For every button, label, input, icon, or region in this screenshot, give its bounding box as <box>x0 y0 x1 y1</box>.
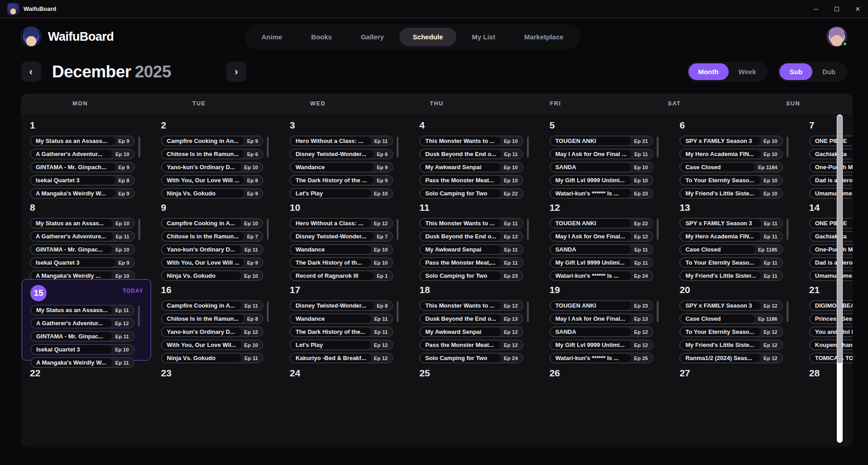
show-chip[interactable]: My Status as an Assas... Ep 10 <box>30 218 135 228</box>
show-chip[interactable]: Let's Play Ep 12 <box>289 340 393 350</box>
show-chip[interactable]: This Monster Wants to ... Ep 10 <box>419 136 523 146</box>
show-chip[interactable]: Hero Without a Class: ... Ep 11 <box>289 136 393 146</box>
day-list-scrollbar[interactable] <box>657 301 659 322</box>
day-list-scrollbar[interactable] <box>657 137 659 157</box>
show-chip[interactable]: Yano-kun's Ordinary D... Ep 12 <box>161 327 264 337</box>
show-chip[interactable]: Dusk Beyond the End o... Ep 12 <box>419 231 523 242</box>
show-chip[interactable]: Wandance Ep 11 <box>289 313 393 324</box>
show-chip[interactable]: My Hero Academia FIN... Ep 10 <box>679 149 783 159</box>
audio-dub-button[interactable]: Dub <box>812 63 845 80</box>
show-chip[interactable]: SPY x FAMILY Season 3 Ep 12 <box>679 300 783 311</box>
day-list-scrollbar[interactable] <box>787 301 788 322</box>
show-chip[interactable]: My Friend's Little Siste... Ep 12 <box>679 340 783 350</box>
show-chip[interactable]: May I Ask for One Final... Ep 12 <box>550 231 654 242</box>
show-chip[interactable]: One-Punch Man Seaso... Ep 10 <box>809 244 853 255</box>
show-chip[interactable]: SANDA Ep 12 <box>550 327 654 337</box>
view-week-button[interactable]: Week <box>729 63 766 80</box>
show-chip[interactable]: Pass the Monster Meat... Ep 10 <box>419 175 523 185</box>
show-chip[interactable]: DIGIMON BEATBREAK Ep 12 <box>809 300 853 311</box>
calendar-scrollbar-thumb[interactable] <box>837 115 842 363</box>
show-chip[interactable]: Chitose Is in the Ramun... Ep 6 <box>161 149 264 159</box>
show-chip[interactable]: Campfire Cooking in A... Ep 10 <box>161 218 264 228</box>
tab-books[interactable]: Books <box>298 28 346 46</box>
show-chip[interactable]: To Your Eternity Seaso... Ep 11 <box>679 257 783 268</box>
show-chip[interactable]: Isekai Quartet 3 Ep 8 <box>30 175 135 185</box>
close-button[interactable]: ✕ <box>847 0 868 18</box>
day-list-scrollbar[interactable] <box>397 301 398 322</box>
show-chip[interactable]: Campfire Cooking in An... Ep 9 <box>161 136 264 146</box>
show-chip[interactable]: SPY x FAMILY Season 3 Ep 11 <box>679 218 783 228</box>
show-chip[interactable]: My Gift Lvl 9999 Unlimi... Ep 10 <box>550 175 654 185</box>
show-chip[interactable]: Koupen-chan Ep 38 <box>809 340 853 350</box>
show-chip[interactable]: A Gatherer's Adventur... Ep 10 <box>30 149 135 159</box>
show-chip[interactable]: May I Ask for One Final... Ep 13 <box>550 313 654 324</box>
show-chip[interactable]: The Dark History of the... Ep 11 <box>289 327 393 337</box>
calendar-scrollbar[interactable] <box>837 114 843 443</box>
day-list-scrollbar[interactable] <box>787 137 788 157</box>
view-month-button[interactable]: Month <box>688 63 729 80</box>
show-chip[interactable]: Chitose Is in the Ramun... Ep 7 <box>161 231 264 242</box>
show-chip[interactable]: My Awkward Senpai Ep 12 <box>419 327 523 337</box>
show-chip[interactable]: With You, Our Love Wil... Ep 10 <box>161 340 264 350</box>
day-list-scrollbar[interactable] <box>527 301 529 322</box>
show-chip[interactable]: Case Closed Ep 1185 <box>679 244 783 255</box>
show-chip[interactable]: Disney Twisted-Wonder... Ep 8 <box>289 300 393 311</box>
show-chip[interactable]: You and Idol Precure ♪ Ep 45 <box>809 327 853 337</box>
show-chip[interactable]: My Status as an Assass... Ep 9 <box>30 136 135 146</box>
show-chip[interactable]: TOUGEN ANKI Ep 21 <box>550 136 654 146</box>
day-list-scrollbar[interactable] <box>657 219 659 240</box>
show-chip[interactable]: Pass the Monster Meat,... Ep 11 <box>419 257 523 268</box>
day-list-scrollbar[interactable] <box>138 219 140 240</box>
prev-month-button[interactable]: ‹ <box>21 62 41 82</box>
show-chip[interactable]: Hero Without a Class: ... Ep 12 <box>289 218 393 228</box>
day-list-scrollbar[interactable] <box>267 137 269 157</box>
day-list-scrollbar[interactable] <box>138 306 140 327</box>
show-chip[interactable]: The Dark History of the ... Ep 9 <box>289 175 393 185</box>
day-list-scrollbar[interactable] <box>787 219 788 240</box>
show-chip[interactable]: SPY x FAMILY Season 3 Ep 10 <box>679 136 783 146</box>
day-list-scrollbar[interactable] <box>527 137 529 157</box>
show-chip[interactable]: Dad is a Hero, Mom is a... Ep 11 <box>809 257 853 268</box>
show-chip[interactable]: With You, Our Love Will ... Ep 9 <box>161 257 264 268</box>
next-month-button[interactable]: › <box>226 62 247 82</box>
show-chip[interactable]: Case Closed Ep 1186 <box>679 313 783 324</box>
show-chip[interactable]: This Monster Wants to ... Ep 12 <box>419 300 523 311</box>
show-chip[interactable]: Isekai Quartet 3 Ep 9 <box>30 257 135 268</box>
show-chip[interactable]: GINTAMA - Mr. Ginpac... Ep 11 <box>30 331 134 342</box>
show-chip[interactable]: One-Punch Man Seaso... Ep 9 <box>809 162 853 172</box>
show-chip[interactable]: Disney Twisted-Wonder... Ep 7 <box>289 231 393 242</box>
show-chip[interactable]: ONE PIECE Ep 1153 <box>809 218 853 228</box>
show-chip[interactable]: My Status as an Assass... Ep 11 <box>30 305 134 315</box>
show-chip[interactable]: Disney Twisted-Wonder... Ep 6 <box>289 149 393 159</box>
show-chip[interactable]: Gachiakuta Ep 23 <box>809 231 853 242</box>
show-chip[interactable]: May I Ask for One Final ... Ep 11 <box>550 149 654 159</box>
show-chip[interactable]: GINTAMA - Mr. Ginpach... Ep 9 <box>30 162 135 172</box>
show-chip[interactable]: With You, Our Love Will ... Ep 8 <box>161 175 264 185</box>
day-list-scrollbar[interactable] <box>267 219 269 240</box>
show-chip[interactable]: To Your Eternity Seaso... Ep 12 <box>679 327 783 337</box>
maximize-button[interactable] <box>826 0 847 18</box>
show-chip[interactable]: TOUGEN ANKI Ep 23 <box>550 300 654 311</box>
show-chip[interactable]: Wandance Ep 9 <box>289 162 393 172</box>
show-chip[interactable]: ONE PIECE Ep 1152 <box>809 136 853 146</box>
day-list-scrollbar[interactable] <box>267 301 269 322</box>
show-chip[interactable]: Dusk Beyond the End o... Ep 11 <box>419 149 523 159</box>
show-chip[interactable]: TOUGEN ANKI Ep 22 <box>550 218 654 228</box>
show-chip[interactable]: Yano-kun's Ordinary D... Ep 10 <box>161 162 264 172</box>
show-chip[interactable]: My Awkward Senpai Ep 10 <box>419 162 523 172</box>
show-chip[interactable]: Chitose Is in the Ramun... Ep 8 <box>161 313 264 324</box>
show-chip[interactable]: Yano-kun's Ordinary D... Ep 11 <box>161 244 264 255</box>
show-chip[interactable]: This Monster Wants to ... Ep 11 <box>419 218 523 228</box>
show-chip[interactable]: Campfire Cooking in A... Ep 11 <box>161 300 264 311</box>
show-chip[interactable]: A Gatherer's Adventure... Ep 11 <box>30 231 135 242</box>
minimize-button[interactable]: ─ <box>806 0 826 18</box>
show-chip[interactable]: Isekai Quartet 3 Ep 10 <box>30 344 134 355</box>
tab-gallery[interactable]: Gallery <box>347 28 398 46</box>
tab-marketplace[interactable]: Marketplace <box>511 28 577 46</box>
day-list-scrollbar[interactable] <box>397 137 398 157</box>
show-chip[interactable]: The Dark History of th... Ep 10 <box>289 257 393 268</box>
show-chip[interactable]: Princess-Session Orc... Ep 36 <box>809 313 853 324</box>
tab-my-list[interactable]: My List <box>458 28 509 46</box>
show-chip[interactable]: SANDA Ep 10 <box>550 162 654 172</box>
day-list-scrollbar[interactable] <box>397 219 398 240</box>
